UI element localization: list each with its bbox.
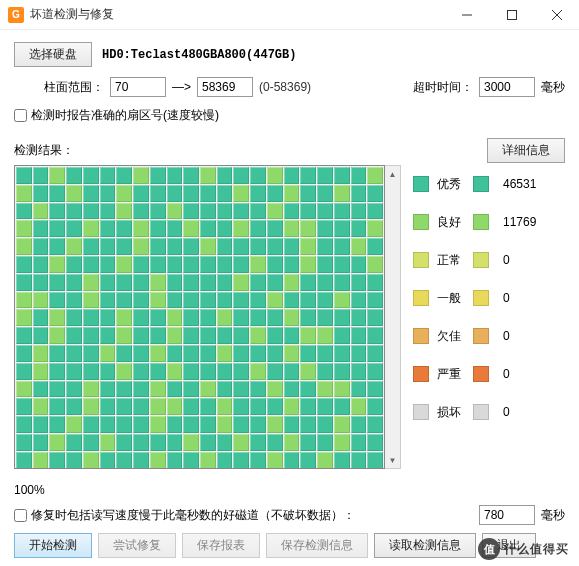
grid-cell xyxy=(250,292,266,309)
grid-cell xyxy=(16,363,32,380)
progress-text: 100% xyxy=(14,483,45,497)
grid-cell xyxy=(66,309,82,326)
grid-cell xyxy=(217,434,233,451)
grid-cell xyxy=(250,203,266,220)
grid-cell xyxy=(233,398,249,415)
legend-row: 正常0 xyxy=(413,241,565,279)
grid-cell xyxy=(367,381,383,398)
grid-cell xyxy=(49,452,65,469)
grid-cell xyxy=(217,167,233,184)
accurate-sector-checkbox-input[interactable] xyxy=(14,109,27,122)
grid-cell xyxy=(116,381,132,398)
legend-count: 0 xyxy=(503,253,510,267)
grid-cell xyxy=(83,274,99,291)
grid-cell xyxy=(284,398,300,415)
repair-slow-checkbox[interactable]: 修复时包括读写速度慢于此毫秒数的好磁道（不破坏数据）： xyxy=(14,507,355,524)
cylinder-from-input[interactable] xyxy=(110,77,166,97)
grid-cell xyxy=(351,167,367,184)
grid-cell xyxy=(33,292,49,309)
grid-cell xyxy=(116,327,132,344)
select-disk-button[interactable]: 选择硬盘 xyxy=(14,42,92,67)
scroll-track[interactable] xyxy=(385,182,400,452)
grid-cell xyxy=(284,363,300,380)
grid-cell xyxy=(233,256,249,273)
grid-cell xyxy=(49,345,65,362)
grid-cell xyxy=(167,185,183,202)
grid-cell xyxy=(334,327,350,344)
cylinder-to-input[interactable] xyxy=(197,77,253,97)
grid-cell xyxy=(351,398,367,415)
grid-scrollbar[interactable]: ▲ ▼ xyxy=(385,165,401,469)
legend-swatch xyxy=(413,176,429,192)
grid-cell xyxy=(367,345,383,362)
grid-cell xyxy=(317,203,333,220)
grid-cell xyxy=(200,274,216,291)
grid-cell xyxy=(150,381,166,398)
grid-cell xyxy=(317,381,333,398)
legend-count-swatch xyxy=(473,214,489,230)
grid-cell xyxy=(100,185,116,202)
grid-cell xyxy=(200,398,216,415)
grid-cell xyxy=(334,274,350,291)
grid-cell xyxy=(351,363,367,380)
grid-cell xyxy=(150,274,166,291)
grid-cell xyxy=(183,238,199,255)
grid-cell xyxy=(183,309,199,326)
grid-cell xyxy=(267,203,283,220)
accurate-sector-checkbox[interactable]: 检测时报告准确的扇区号(速度较慢) xyxy=(14,107,219,124)
scroll-up-arrow[interactable]: ▲ xyxy=(385,166,400,182)
start-scan-button[interactable]: 开始检测 xyxy=(14,533,92,558)
try-repair-button[interactable]: 尝试修复 xyxy=(98,533,176,558)
grid-cell xyxy=(116,185,132,202)
grid-cell xyxy=(217,203,233,220)
svg-rect-1 xyxy=(507,10,516,19)
legend-count: 11769 xyxy=(503,215,536,229)
legend-count-swatch xyxy=(473,404,489,420)
grid-cell xyxy=(334,292,350,309)
repair-threshold-input[interactable] xyxy=(479,505,535,525)
legend-count: 0 xyxy=(503,367,510,381)
save-report-button[interactable]: 保存报表 xyxy=(182,533,260,558)
legend-count-swatch xyxy=(473,290,489,306)
grid-cell xyxy=(233,434,249,451)
minimize-button[interactable] xyxy=(444,0,489,30)
repair-slow-checkbox-input[interactable] xyxy=(14,509,27,522)
scroll-down-arrow[interactable]: ▼ xyxy=(385,452,400,468)
grid-cell xyxy=(133,327,149,344)
grid-cell xyxy=(367,203,383,220)
exit-button[interactable]: 退出 xyxy=(482,533,536,558)
maximize-button[interactable] xyxy=(489,0,534,30)
grid-cell xyxy=(250,238,266,255)
grid-cell xyxy=(66,434,82,451)
grid-cell xyxy=(33,185,49,202)
grid-cell xyxy=(16,238,32,255)
grid-cell xyxy=(66,220,82,237)
grid-cell xyxy=(351,185,367,202)
close-button[interactable] xyxy=(534,0,579,30)
grid-cell xyxy=(267,327,283,344)
grid-cell xyxy=(317,185,333,202)
grid-cell xyxy=(133,398,149,415)
read-scan-info-button[interactable]: 读取检测信息 xyxy=(374,533,476,558)
legend: 优秀46531良好11769正常0一般0欠佳0严重0损坏0 xyxy=(413,165,565,469)
save-scan-info-button[interactable]: 保存检测信息 xyxy=(266,533,368,558)
grid-cell xyxy=(317,398,333,415)
grid-cell xyxy=(217,327,233,344)
grid-cell xyxy=(351,220,367,237)
grid-cell xyxy=(100,434,116,451)
grid-cell xyxy=(267,167,283,184)
grid-cell xyxy=(250,309,266,326)
grid-cell xyxy=(367,185,383,202)
legend-count-swatch xyxy=(473,328,489,344)
minimize-icon xyxy=(462,10,472,20)
grid-cell xyxy=(83,327,99,344)
grid-cell xyxy=(83,398,99,415)
grid-cell xyxy=(49,238,65,255)
grid-cell xyxy=(150,309,166,326)
grid-cell xyxy=(183,292,199,309)
grid-cell xyxy=(200,185,216,202)
timeout-input[interactable] xyxy=(479,77,535,97)
grid-cell xyxy=(33,452,49,469)
grid-cell xyxy=(100,309,116,326)
detail-info-button[interactable]: 详细信息 xyxy=(487,138,565,163)
